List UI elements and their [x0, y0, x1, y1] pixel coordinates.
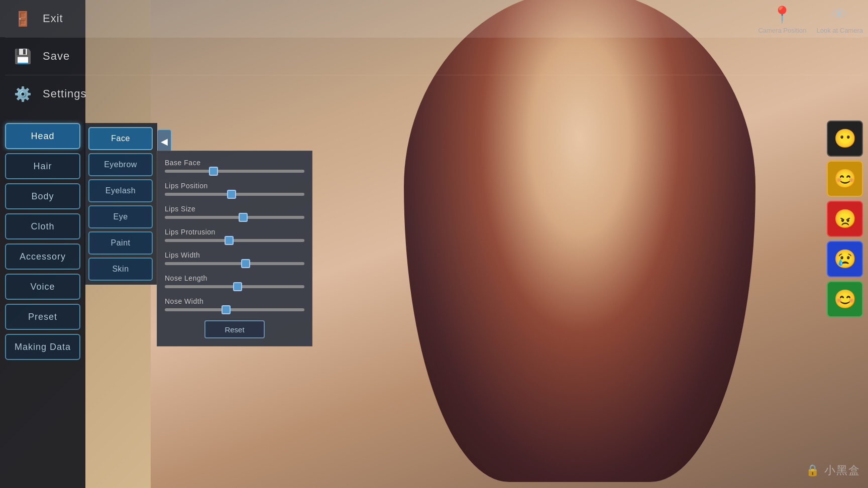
camera-control-look-at-camera[interactable]: 👁Look at Camera [817, 6, 863, 34]
slider-thumb-lips-position[interactable] [227, 190, 236, 199]
camera-control-camera-position[interactable]: 📍Camera Position [758, 5, 806, 34]
subnav-item-eye[interactable]: Eye [88, 205, 153, 228]
slider-group-base-face: Base Face [165, 159, 304, 173]
sidebar-item-head[interactable]: Head [5, 123, 80, 149]
slider-label-lips-position: Lips Position [165, 182, 304, 190]
slider-track-base-face[interactable] [165, 170, 304, 173]
subnav-item-eyelash[interactable]: Eyelash [88, 179, 153, 202]
camera-controls: 📍Camera Position👁Look at Camera [758, 5, 863, 34]
slider-label-lips-size: Lips Size [165, 205, 304, 213]
slider-thumb-lips-protrusion[interactable] [225, 236, 234, 245]
emotion-btn-smile-green[interactable]: 😊 [827, 281, 863, 317]
camera-position-label: Camera Position [758, 27, 806, 34]
sidebar-item-accessory[interactable]: Accessory [5, 243, 80, 270]
look-at-camera-label: Look at Camera [817, 27, 863, 34]
subnav-item-paint[interactable]: Paint [88, 231, 153, 255]
subnav-item-skin[interactable]: Skin [88, 258, 153, 281]
slider-group-lips-position: Lips Position [165, 182, 304, 196]
slider-thumb-nose-length[interactable] [233, 282, 242, 291]
sidebar-item-hair[interactable]: Hair [5, 153, 80, 179]
look-at-camera-icon: 👁 [832, 6, 848, 24]
top-menu: 🚪 Exit 💾 Save ⚙️ Settings [0, 0, 868, 115]
sidebar-item-voice[interactable]: Voice [5, 274, 80, 300]
sidebar-item-cloth[interactable]: Cloth [5, 213, 80, 239]
save-label: Save [43, 50, 70, 63]
slider-thumb-nose-width[interactable] [222, 305, 231, 314]
exit-icon: 🚪 [10, 6, 35, 31]
sidebar-item-body[interactable]: Body [5, 183, 80, 209]
settings-menu-item[interactable]: ⚙️ Settings [0, 75, 868, 112]
slider-thumb-lips-width[interactable] [241, 259, 250, 268]
emotion-btn-neutral[interactable]: 😶 [827, 120, 863, 157]
exit-label: Exit [43, 12, 63, 25]
slider-label-nose-width: Nose Width [165, 297, 304, 305]
slider-group-nose-width: Nose Width [165, 297, 304, 311]
emotion-panel: 😶😊😠😢😊 [827, 120, 863, 317]
emotion-btn-sad[interactable]: 😢 [827, 241, 863, 277]
slider-label-base-face: Base Face [165, 159, 304, 167]
slider-track-lips-width[interactable] [165, 262, 304, 265]
emotion-btn-angry[interactable]: 😠 [827, 201, 863, 237]
slider-group-lips-width: Lips Width [165, 251, 304, 265]
slider-track-nose-length[interactable] [165, 285, 304, 288]
slider-track-lips-size[interactable] [165, 216, 304, 219]
slider-label-lips-protrusion: Lips Protrusion [165, 228, 304, 236]
side-nav: HeadHairBodyClothAccessoryVoicePresetMak… [5, 123, 83, 360]
slider-group-nose-length: Nose Length [165, 274, 304, 288]
camera-position-icon: 📍 [772, 5, 792, 24]
slider-label-lips-width: Lips Width [165, 251, 304, 259]
exit-menu-item[interactable]: 🚪 Exit [0, 0, 868, 37]
slider-label-nose-length: Nose Length [165, 274, 304, 282]
slider-track-lips-position[interactable] [165, 193, 304, 196]
slider-group-lips-protrusion: Lips Protrusion [165, 228, 304, 242]
subnav-item-eyebrow[interactable]: Eyebrow [88, 153, 153, 176]
save-menu-item[interactable]: 💾 Save [0, 38, 868, 75]
collapse-arrow-button[interactable]: ◀ [157, 130, 171, 154]
save-icon: 💾 [10, 44, 35, 69]
settings-label: Settings [43, 87, 87, 100]
subnav-item-face[interactable]: Face [88, 127, 153, 150]
reset-button[interactable]: Reset [204, 320, 265, 338]
settings-icon: ⚙️ [10, 81, 35, 106]
sliders-panel: Base FaceLips PositionLips SizeLips Prot… [157, 151, 312, 346]
slider-thumb-lips-size[interactable] [239, 213, 248, 222]
watermark: 🔒 小黑盒 [806, 463, 860, 478]
slider-group-lips-size: Lips Size [165, 205, 304, 219]
slider-track-nose-width[interactable] [165, 308, 304, 311]
emotion-btn-happy-gold[interactable]: 😊 [827, 161, 863, 197]
sidebar-item-making-data[interactable]: Making Data [5, 334, 80, 360]
slider-thumb-base-face[interactable] [209, 167, 218, 176]
slider-track-lips-protrusion[interactable] [165, 239, 304, 242]
sidebar-item-preset[interactable]: Preset [5, 304, 80, 330]
sub-nav: FaceEyebrowEyelashEyePaintSkin [84, 123, 157, 285]
